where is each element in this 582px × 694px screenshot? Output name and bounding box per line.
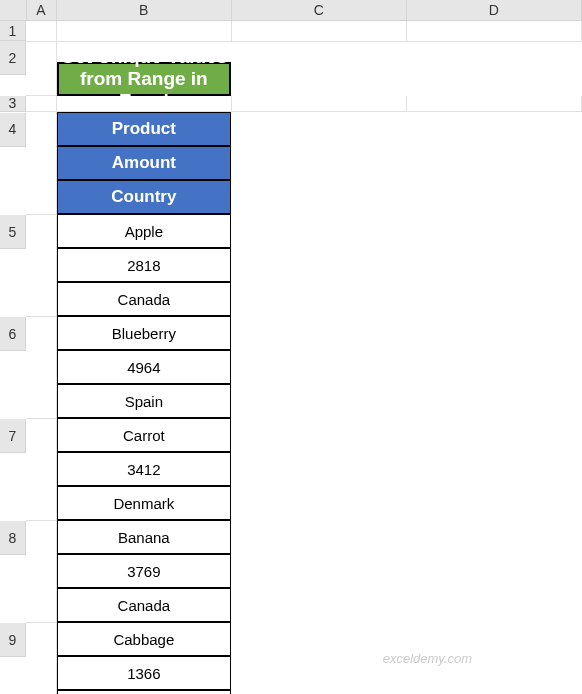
cell[interactable] <box>56 21 231 42</box>
cell-amount[interactable]: 4964 <box>57 350 232 384</box>
cell-country[interactable]: Spain <box>57 384 232 418</box>
title-cell[interactable]: Get Unique Values from Range in Excel <box>57 62 232 96</box>
cell[interactable] <box>26 316 56 418</box>
cell-country[interactable]: Canada <box>57 282 232 316</box>
cell[interactable] <box>406 21 581 42</box>
col-header-c[interactable]: C <box>231 0 406 21</box>
cell[interactable] <box>26 96 56 112</box>
cell[interactable] <box>26 520 56 622</box>
header-country[interactable]: Country <box>57 180 232 214</box>
row-header[interactable]: 3 <box>0 96 26 112</box>
header-amount[interactable]: Amount <box>57 146 232 180</box>
cell[interactable] <box>26 622 56 694</box>
cell[interactable] <box>406 96 581 112</box>
row-header[interactable]: 4 <box>0 113 26 147</box>
cell-amount[interactable]: 3412 <box>57 452 232 486</box>
cell-country[interactable]: Denmark <box>57 486 232 520</box>
cell[interactable] <box>26 41 56 96</box>
row-header[interactable]: 6 <box>0 317 26 351</box>
cell-product[interactable]: Banana <box>57 520 232 554</box>
cell-product[interactable]: Blueberry <box>57 316 232 350</box>
row-header[interactable]: 2 <box>0 41 26 75</box>
select-all-corner[interactable] <box>0 0 26 21</box>
cell-country[interactable]: Canada <box>57 588 232 622</box>
cell-product[interactable]: Cabbage <box>57 622 232 656</box>
cell[interactable] <box>26 21 56 42</box>
row-header[interactable]: 9 <box>0 623 26 657</box>
row-header[interactable]: 7 <box>0 419 26 453</box>
cell-product[interactable]: Apple <box>57 214 232 248</box>
cell[interactable] <box>231 21 406 42</box>
header-product[interactable]: Product <box>57 112 232 146</box>
cell-amount[interactable]: 2818 <box>57 248 232 282</box>
cell-amount[interactable]: 1366 <box>57 656 232 690</box>
cell[interactable] <box>26 214 56 316</box>
spreadsheet-grid: A B C D 1 2 Get Unique Values from Range… <box>0 0 582 694</box>
col-header-a[interactable]: A <box>26 0 56 21</box>
row-header[interactable]: 1 <box>0 21 26 41</box>
row-header[interactable]: 8 <box>0 521 26 555</box>
cell-amount[interactable]: 3769 <box>57 554 232 588</box>
cell[interactable] <box>26 112 56 215</box>
cell-product[interactable]: Carrot <box>57 418 232 452</box>
row-header[interactable]: 5 <box>0 215 26 249</box>
cell[interactable] <box>26 418 56 520</box>
col-header-d[interactable]: D <box>406 0 581 21</box>
col-header-b[interactable]: B <box>56 0 231 21</box>
cell-country[interactable]: France <box>57 690 232 694</box>
cell[interactable] <box>231 96 406 112</box>
